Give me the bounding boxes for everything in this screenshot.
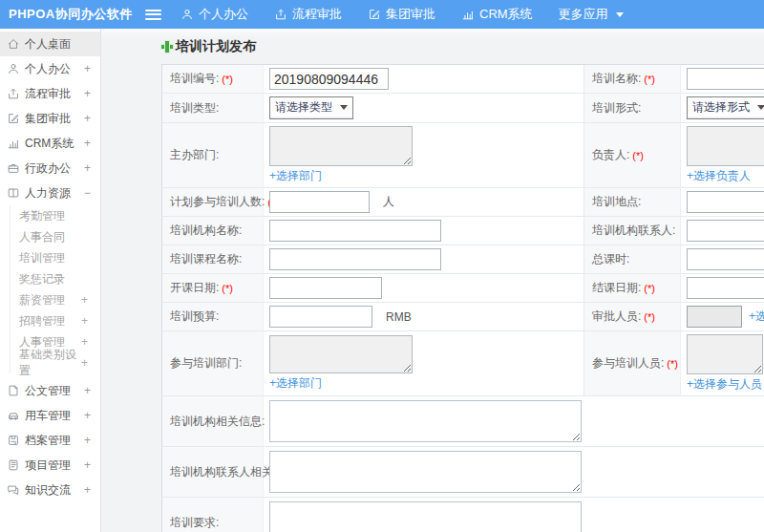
leader-field-cell: +选择负责人 bbox=[681, 123, 764, 188]
sidebar-item-document-management[interactable]: 公文管理+ bbox=[0, 378, 100, 403]
end-date-input[interactable] bbox=[687, 277, 764, 299]
course-name-field-cell bbox=[264, 245, 584, 274]
expand-toggle-icon[interactable]: + bbox=[84, 112, 91, 125]
sidebar-item-vehicle-management[interactable]: 用车管理+ bbox=[0, 403, 100, 428]
training-requirements-field-cell bbox=[264, 498, 764, 532]
training-no-input[interactable] bbox=[269, 68, 389, 90]
expand-toggle-icon[interactable]: + bbox=[84, 384, 91, 397]
host-department-picker-link[interactable]: +选择部门 bbox=[269, 168, 322, 184]
host-department-textarea[interactable] bbox=[269, 126, 413, 166]
expand-toggle-icon[interactable]: + bbox=[81, 293, 88, 307]
sidebar-item-project-management[interactable]: 项目管理+ bbox=[0, 453, 100, 478]
training-type-select[interactable]: 请选择类型 bbox=[269, 96, 353, 119]
start-date-input[interactable] bbox=[269, 277, 382, 299]
expand-toggle-icon[interactable]: − bbox=[84, 186, 91, 200]
sidebar-item-workflow-approval[interactable]: 流程审批+ bbox=[0, 81, 100, 106]
sidebar-item-knowledge-exchange[interactable]: 知识交流+ bbox=[0, 478, 100, 502]
sidebar-item-admin-office[interactable]: 行政办公+ bbox=[0, 156, 100, 181]
expand-toggle-icon[interactable]: + bbox=[84, 161, 91, 175]
approver-field-cell: +选择审批人员 bbox=[681, 303, 764, 331]
nav-item-personal-office[interactable]: 个人办公 bbox=[180, 6, 248, 23]
expand-toggle-icon[interactable]: + bbox=[81, 356, 88, 370]
nav-item-crm-system[interactable]: CRM系统 bbox=[461, 6, 533, 23]
org-name-field-cell bbox=[264, 217, 584, 245]
expand-toggle-icon[interactable]: + bbox=[84, 409, 91, 422]
expand-toggle-icon[interactable]: + bbox=[81, 314, 88, 328]
budget-input[interactable] bbox=[269, 306, 372, 328]
expand-toggle-icon[interactable]: + bbox=[81, 335, 88, 349]
training-name-input[interactable] bbox=[687, 68, 764, 90]
training-requirements-textarea[interactable] bbox=[269, 501, 582, 532]
sidebar-subitem-recruitment-management[interactable]: 招聘管理+ bbox=[11, 310, 100, 331]
org-name-input[interactable] bbox=[269, 220, 441, 242]
expand-toggle-icon[interactable]: + bbox=[84, 434, 91, 447]
expand-toggle-icon[interactable]: + bbox=[84, 87, 91, 100]
sidebar-item-label: 行政办公 bbox=[25, 160, 71, 177]
leader-picker-link[interactable]: +选择负责人 bbox=[687, 168, 751, 184]
sidebar-subitem-hr-contract[interactable]: 人事合同 bbox=[11, 226, 100, 247]
required-marker: (*) bbox=[222, 283, 233, 294]
expand-toggle-icon[interactable]: + bbox=[84, 458, 91, 472]
expand-toggle-icon[interactable]: + bbox=[84, 483, 91, 497]
sidebar-subitem-base-category-settings[interactable]: 基础类别设置+ bbox=[11, 352, 100, 373]
nav-item-label: 集团审批 bbox=[386, 6, 435, 23]
sidebar-item-human-resources[interactable]: 人力资源− bbox=[0, 181, 100, 205]
org-contact-info-textarea[interactable] bbox=[269, 451, 582, 493]
approver-input[interactable] bbox=[687, 306, 742, 328]
participating-people-textarea[interactable] bbox=[687, 334, 763, 374]
sidebar-item-crm-system[interactable]: CRM系统+ bbox=[0, 131, 100, 156]
sidebar-item-label: CRM系统 bbox=[25, 136, 74, 152]
sidebar-item-group-approval[interactable]: 集团审批+ bbox=[0, 106, 100, 131]
approver-label-cell: 审批人员:(*) bbox=[584, 303, 681, 331]
participating-departments-textarea[interactable] bbox=[269, 335, 413, 373]
expand-toggle-icon[interactable]: + bbox=[84, 137, 91, 150]
sidebar-subitem-label: 基础类别设置 bbox=[19, 347, 81, 379]
org-contact-field-cell bbox=[681, 217, 764, 245]
nav-item-label: 流程审批 bbox=[292, 6, 342, 23]
training-form-select-value: 请选择形式 bbox=[692, 99, 750, 116]
leader-control-group: +选择负责人 bbox=[687, 126, 764, 184]
training-form-select[interactable]: 请选择形式 bbox=[687, 96, 764, 119]
project-icon bbox=[7, 458, 20, 472]
leader-textarea[interactable] bbox=[687, 126, 764, 166]
sidebar-item-archive-management[interactable]: 档案管理+ bbox=[0, 428, 100, 453]
sidebar-item-label: 知识交流 bbox=[25, 482, 71, 499]
org-info-textarea[interactable] bbox=[269, 400, 582, 442]
course-name-control-group bbox=[269, 248, 441, 270]
sidebar-subitem-salary-management[interactable]: 薪资管理+ bbox=[11, 289, 100, 310]
planned-participants-input[interactable] bbox=[269, 191, 370, 213]
leader-label-cell: 负责人:(*) bbox=[584, 123, 681, 188]
field-label: 参与培训人员: bbox=[592, 355, 664, 372]
budget-control-group: RMB bbox=[269, 306, 412, 328]
total-hours-input[interactable] bbox=[687, 248, 764, 270]
budget-label-cell: 培训预算: bbox=[162, 303, 264, 331]
sidebar-item-personal-office[interactable]: 个人办公+ bbox=[0, 56, 100, 81]
approver-picker-link[interactable]: +选择审批人员 bbox=[749, 309, 764, 325]
field-label: 培训预算: bbox=[170, 309, 219, 325]
nav-item-label: 更多应用 bbox=[559, 6, 608, 23]
topbar-nav: 个人办公流程审批集团审批CRM系统更多应用 bbox=[180, 6, 624, 23]
nav-item-workflow-approval[interactable]: 流程审批 bbox=[274, 6, 342, 23]
nav-item-group-approval[interactable]: 集团审批 bbox=[368, 6, 435, 23]
user-icon bbox=[7, 62, 20, 75]
nav-item-more-apps[interactable]: 更多应用 bbox=[559, 6, 624, 23]
org-contact-input[interactable] bbox=[687, 220, 764, 242]
edit-icon bbox=[7, 112, 20, 125]
hamburger-menu-icon[interactable] bbox=[145, 10, 161, 20]
participating-people-picker-link[interactable]: +选择参与人员 bbox=[687, 376, 762, 393]
sidebar-subitem-reward-punishment[interactable]: 奖惩记录 bbox=[11, 268, 100, 289]
expand-toggle-icon[interactable]: + bbox=[84, 62, 91, 75]
required-marker: (*) bbox=[644, 311, 655, 323]
participating-departments-picker-link[interactable]: +选择部门 bbox=[269, 375, 322, 392]
training-type-select-value: 请选择类型 bbox=[275, 99, 332, 116]
sidebar: 个人桌面个人办公+流程审批+集团审批+CRM系统+行政办公+人力资源− 考勤管理… bbox=[0, 29, 101, 532]
end-date-control-group bbox=[687, 277, 764, 299]
course-name-input[interactable] bbox=[269, 248, 441, 270]
sidebar-subitem-attendance-management[interactable]: 考勤管理 bbox=[11, 205, 100, 226]
edit-icon bbox=[368, 8, 381, 21]
training-name-label-cell: 培训名称:(*) bbox=[584, 65, 681, 94]
sidebar-subitem-label: 人事合同 bbox=[19, 229, 65, 245]
sidebar-subitem-training-management[interactable]: 培训管理 bbox=[11, 247, 100, 268]
training-place-input[interactable] bbox=[687, 191, 764, 213]
sidebar-item-personal-desktop[interactable]: 个人桌面 bbox=[0, 32, 100, 56]
